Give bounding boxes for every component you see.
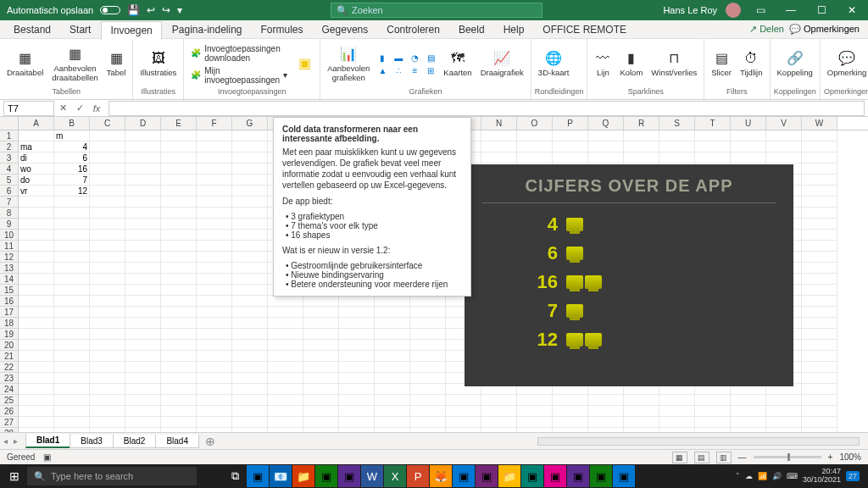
cell[interactable]: 16	[54, 164, 90, 175]
cell[interactable]	[197, 351, 232, 362]
cell[interactable]	[19, 296, 54, 307]
cell[interactable]	[161, 329, 197, 340]
cell[interactable]	[54, 406, 90, 417]
cell[interactable]	[54, 373, 90, 384]
row-header[interactable]: 5	[0, 175, 19, 186]
cell[interactable]	[197, 296, 232, 307]
row-header[interactable]: 13	[0, 263, 19, 274]
cell[interactable]	[125, 340, 161, 351]
tray-chevron-icon[interactable]: ˄	[736, 472, 740, 480]
bing-maps-icon[interactable]: ▣	[292, 53, 316, 75]
cell[interactable]	[802, 186, 837, 197]
tab-controleren[interactable]: Controleren	[378, 21, 448, 38]
cell[interactable]	[54, 274, 90, 285]
cell[interactable]	[695, 152, 731, 164]
cell[interactable]	[303, 406, 339, 417]
cell[interactable]	[90, 362, 125, 373]
row-header[interactable]: 17	[0, 307, 19, 318]
cell[interactable]	[197, 362, 232, 373]
sheet-tab[interactable]: Blad4	[155, 435, 199, 448]
cell[interactable]	[802, 384, 837, 395]
cell[interactable]	[197, 208, 232, 219]
cell[interactable]	[161, 186, 197, 197]
ribbon-options-icon[interactable]: ▭	[749, 0, 771, 20]
cell[interactable]	[54, 263, 90, 274]
row-header[interactable]: 3	[0, 152, 19, 164]
column-header[interactable]: B	[54, 117, 90, 130]
cell[interactable]	[303, 395, 339, 406]
cell[interactable]	[517, 417, 553, 428]
app-icon[interactable]: ▣	[590, 465, 612, 487]
sparkline-line-button[interactable]: 〰Lijn	[591, 48, 615, 79]
cell[interactable]	[19, 373, 54, 384]
word-icon[interactable]: W	[361, 465, 383, 487]
cell[interactable]	[232, 152, 268, 164]
chart-types[interactable]: ▮▬◔▤ ▲∴≡⊞	[375, 52, 438, 76]
maximize-icon[interactable]: ☐	[810, 0, 832, 20]
cell[interactable]: 6	[54, 152, 90, 164]
cell[interactable]	[446, 406, 481, 417]
cell[interactable]	[588, 395, 624, 406]
cell[interactable]	[19, 384, 54, 395]
cell[interactable]	[232, 373, 268, 384]
cell[interactable]	[161, 318, 197, 329]
search-input[interactable]: 🔍 Zoeken	[331, 3, 542, 18]
cell[interactable]	[90, 406, 125, 417]
cell[interactable]	[161, 285, 197, 296]
cell[interactable]	[197, 274, 232, 285]
cell[interactable]	[375, 329, 410, 340]
cell[interactable]	[232, 362, 268, 373]
cell[interactable]	[161, 230, 197, 241]
cell[interactable]	[161, 307, 197, 318]
cell[interactable]	[553, 141, 588, 152]
cell[interactable]	[303, 417, 339, 428]
cell[interactable]	[232, 252, 268, 263]
rec-pivot-button[interactable]: ▦Aanbevolen draaitabellen	[48, 44, 101, 84]
tab-formules[interactable]: Formules	[253, 21, 312, 38]
firefox-icon[interactable]: 🦊	[430, 465, 452, 487]
cell[interactable]	[197, 219, 232, 230]
cell[interactable]	[197, 406, 232, 417]
row-header[interactable]: 19	[0, 329, 19, 340]
cell[interactable]	[481, 406, 517, 417]
cell[interactable]	[54, 384, 90, 395]
cell[interactable]	[125, 296, 161, 307]
cell[interactable]	[125, 263, 161, 274]
cell[interactable]	[410, 296, 446, 307]
get-addins-button[interactable]: 🧩Invoegtoepassingen downloaden	[187, 43, 291, 64]
cell[interactable]	[517, 395, 553, 406]
cell[interactable]	[375, 351, 410, 362]
cell[interactable]	[90, 263, 125, 274]
slicer-button[interactable]: ▤Slicer	[708, 48, 735, 79]
comment-button[interactable]: 💬Opmerking	[824, 48, 868, 79]
cell[interactable]	[232, 130, 268, 141]
name-box[interactable]: T7	[3, 101, 54, 116]
cell[interactable]	[410, 340, 446, 351]
column-header[interactable]: U	[731, 117, 766, 130]
horizontal-scrollbar[interactable]	[537, 437, 860, 446]
cell[interactable]	[232, 340, 268, 351]
cell[interactable]	[802, 141, 837, 152]
cell[interactable]	[268, 351, 303, 362]
cell[interactable]	[125, 208, 161, 219]
cell[interactable]	[90, 285, 125, 296]
column-header[interactable]: D	[125, 117, 161, 130]
column-header[interactable]: F	[197, 117, 232, 130]
cell[interactable]	[268, 406, 303, 417]
cell[interactable]	[446, 417, 481, 428]
cell[interactable]	[339, 318, 375, 329]
cell[interactable]	[161, 130, 197, 141]
cell[interactable]	[410, 395, 446, 406]
cell[interactable]	[125, 164, 161, 175]
cell[interactable]	[197, 307, 232, 318]
cell[interactable]	[90, 340, 125, 351]
cell[interactable]	[197, 263, 232, 274]
zoom-level[interactable]: 100%	[839, 452, 861, 462]
cell[interactable]	[375, 307, 410, 318]
3dmap-button[interactable]: 🌐3D-kaart	[535, 48, 572, 79]
cell[interactable]	[54, 329, 90, 340]
timeline-button[interactable]: ⏱Tijdlijn	[737, 48, 766, 79]
cell[interactable]	[125, 329, 161, 340]
cell[interactable]	[766, 406, 802, 417]
tab-remote[interactable]: OFFICE REMOTE	[534, 21, 635, 38]
